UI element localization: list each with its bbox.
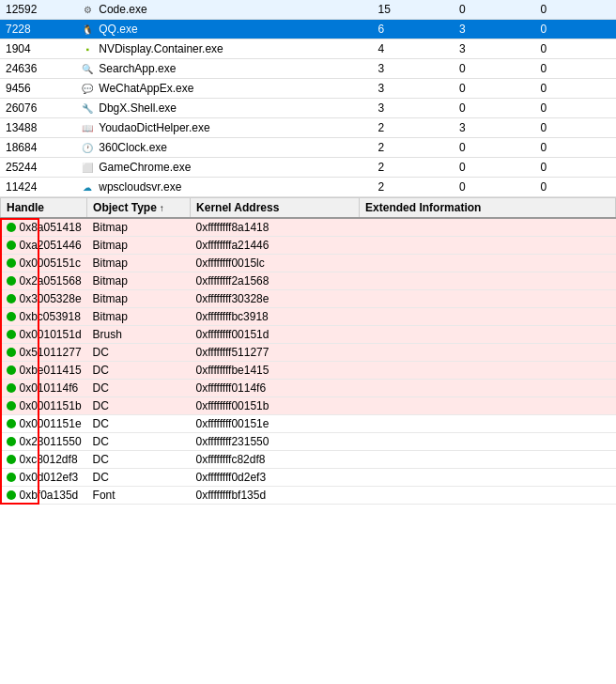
cloud-icon: ☁: [80, 179, 95, 194]
col-extended-header[interactable]: Extended Information: [360, 198, 616, 219]
handle-type: Font: [87, 487, 191, 505]
handle-dot: [7, 330, 16, 339]
process-row[interactable]: 9456 💬 WeChatAppEx.exe 3 0 0: [0, 79, 616, 99]
handle-dot: [7, 348, 16, 357]
process-n1: 3: [372, 59, 454, 79]
process-row[interactable]: 18684 🕐 360Clock.exe 2 0 0: [0, 138, 616, 158]
process-pid: 24636: [0, 59, 74, 79]
handle-extended: [360, 362, 616, 380]
handle-dot: [7, 437, 16, 446]
process-n2: 0: [454, 79, 535, 99]
process-row[interactable]: 11424 ☁ wpscloudsvr.exe 2 0 0: [0, 178, 616, 197]
handle-extended: [360, 290, 616, 308]
process-name: ⬜ GameChrome.exe: [74, 158, 372, 178]
handle-dot: [7, 365, 16, 375]
handle-extended: [360, 487, 616, 505]
handle-dot: [7, 223, 16, 232]
process-name: ☁ wpscloudsvr.exe: [74, 178, 372, 197]
process-name: 🔍 SearchApp.exe: [74, 59, 372, 79]
handle-row[interactable]: 0xbf0a135d Font 0xffffffffbf135d: [1, 487, 616, 505]
handle-row[interactable]: 0xa2051446 Bitmap 0xffffffffa21446: [1, 237, 616, 255]
handle-value: 0xbc053918: [1, 308, 87, 326]
handle-row[interactable]: 0x0010151d Brush 0xffffffff00151d: [1, 326, 616, 344]
handle-row[interactable]: 0xbc053918 Bitmap 0xffffffffbc3918: [1, 308, 616, 326]
handle-value: 0x23011550: [1, 433, 87, 451]
handle-type: Bitmap: [87, 218, 191, 237]
handle-row[interactable]: 0x23011550 DC 0xffffffff231550: [1, 433, 616, 451]
process-pid: 7228: [0, 20, 74, 39]
handle-kernel: 0xffffffff2a1568: [191, 272, 360, 290]
handle-dot: [7, 241, 16, 250]
process-name: 🐧 QQ.exe: [74, 20, 372, 39]
handle-row[interactable]: 0x8a051418 Bitmap 0xffffffff8a1418: [1, 218, 616, 237]
handle-extended: [360, 397, 616, 415]
process-row[interactable]: 13488 📖 YoudaoDictHelper.exe 2 3 0: [0, 118, 616, 138]
handle-value: 0x3005328e: [1, 290, 87, 308]
process-pid: 9456: [0, 79, 74, 99]
handles-header-row: Handle Object Type Kernel Address Extend…: [1, 198, 616, 219]
process-row[interactable]: 25244 ⬜ GameChrome.exe 2 0 0: [0, 158, 616, 178]
process-n2: 3: [454, 118, 535, 138]
wechat-icon: 💬: [80, 81, 95, 96]
handle-row[interactable]: 0x0001151e DC 0xffffffff00151e: [1, 415, 616, 433]
handle-row[interactable]: 0x51011277 DC 0xffffffff511277: [1, 344, 616, 362]
handle-dot: [7, 312, 16, 321]
handle-extended: [360, 380, 616, 397]
process-name: 💬 WeChatAppEx.exe: [74, 79, 372, 99]
handle-kernel: 0xffffffff0d2ef3: [191, 469, 360, 487]
process-n3: 0: [534, 59, 616, 79]
handle-row[interactable]: 0x0001151b DC 0xffffffff00151b: [1, 397, 616, 415]
handle-kernel: 0xffffffff8a1418: [191, 218, 360, 237]
process-n3: 0: [534, 0, 616, 20]
col-kernel-header[interactable]: Kernel Address: [191, 198, 360, 219]
process-name: ▪ NVDisplay.Container.exe: [74, 39, 372, 59]
handle-type: DC: [87, 362, 191, 380]
handle-row[interactable]: 0x0d012ef3 DC 0xffffffff0d2ef3: [1, 469, 616, 487]
handle-dot: [7, 276, 16, 286]
process-pid: 25244: [0, 158, 74, 178]
handle-row[interactable]: 0xbe011415 DC 0xffffffffbe1415: [1, 362, 616, 380]
main-container: 12592 ⚙ Code.exe 15 0 0 7228 🐧 QQ.exe 6 …: [0, 0, 616, 505]
process-n3: 0: [534, 118, 616, 138]
search-icon: 🔍: [80, 61, 95, 76]
handle-row[interactable]: 0x3005328e Bitmap 0xffffffff30328e: [1, 290, 616, 308]
debug-icon: 🔧: [80, 101, 95, 116]
handle-value: 0x0d012ef3: [1, 469, 87, 487]
dict-icon: 📖: [80, 120, 95, 135]
process-n2: 0: [454, 138, 535, 158]
handle-kernel: 0xffffffffbc3918: [191, 308, 360, 326]
handle-dot: [7, 490, 16, 500]
handle-type: Bitmap: [87, 290, 191, 308]
handle-value: 0xbe011415: [1, 362, 87, 380]
handle-extended: [360, 415, 616, 433]
handle-row[interactable]: 0x0005151c Bitmap 0xffffffff0015lc: [1, 255, 616, 272]
process-n2: 0: [454, 158, 535, 178]
process-pid: 11424: [0, 178, 74, 197]
col-handle-header[interactable]: Handle: [1, 198, 87, 219]
handle-row[interactable]: 0x2a051568 Bitmap 0xffffffff2a1568: [1, 272, 616, 290]
handle-type: Bitmap: [87, 272, 191, 290]
process-table: 12592 ⚙ Code.exe 15 0 0 7228 🐧 QQ.exe 6 …: [0, 0, 616, 197]
process-n2: 0: [454, 59, 535, 79]
process-n1: 2: [372, 178, 454, 197]
handle-value: 0xc8012df8: [1, 451, 87, 469]
gear-icon: ⚙: [80, 2, 95, 17]
process-row[interactable]: 1904 ▪ NVDisplay.Container.exe 4 3 0: [0, 39, 616, 59]
handle-kernel: 0xffffffff30328e: [191, 290, 360, 308]
handle-dot: [7, 419, 16, 428]
process-pid: 13488: [0, 118, 74, 138]
handle-value: 0xbf0a135d: [1, 487, 87, 505]
process-pid: 18684: [0, 138, 74, 158]
handle-row[interactable]: 0x010114f6 DC 0xffffffff0114f6: [1, 380, 616, 397]
col-type-header[interactable]: Object Type: [87, 198, 191, 219]
handle-dot: [7, 258, 16, 268]
process-row[interactable]: 12592 ⚙ Code.exe 15 0 0: [0, 0, 616, 20]
process-n2: 3: [454, 20, 535, 39]
handle-value: 0x0001151e: [1, 415, 87, 433]
handle-row[interactable]: 0xc8012df8 DC 0xffffffffc82df8: [1, 451, 616, 469]
process-row[interactable]: 24636 🔍 SearchApp.exe 3 0 0: [0, 59, 616, 79]
process-row[interactable]: 26076 🔧 DbgX.Shell.exe 3 0 0: [0, 99, 616, 118]
process-row[interactable]: 7228 🐧 QQ.exe 6 3 0: [0, 20, 616, 39]
process-n3: 0: [534, 20, 616, 39]
handle-kernel: 0xffffffffbe1415: [191, 362, 360, 380]
